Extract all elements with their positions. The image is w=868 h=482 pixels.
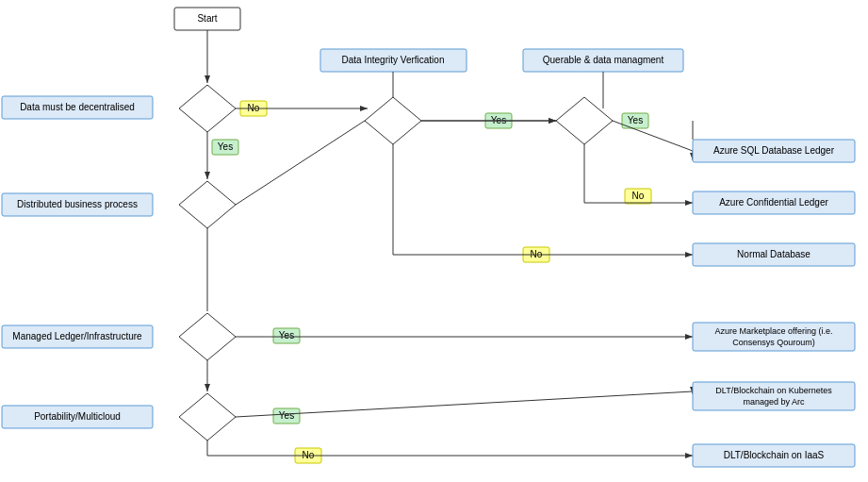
portability-label: Portability/Multicloud xyxy=(34,411,121,422)
diamond-distributed xyxy=(179,181,236,228)
no-text-3: No xyxy=(531,249,543,259)
azure-confidential-label: Azure Confidential Ledger xyxy=(719,197,828,208)
yes-text-5: Yes xyxy=(279,410,294,421)
diamond-managed xyxy=(179,313,236,360)
yes-text-2: Yes xyxy=(491,115,506,125)
diamond-querable xyxy=(556,97,613,144)
yes-text-3: Yes xyxy=(628,115,643,125)
no-text-4: No xyxy=(632,191,645,201)
line-diamond2-to-integrity xyxy=(236,121,365,205)
dlt-k8s-label1: DLT/Blockchain on Kubernetes xyxy=(715,386,832,395)
dlt-k8s-label2: managed by Arc xyxy=(743,397,805,407)
normal-db-label: Normal Database xyxy=(737,249,811,259)
yes-text-4: Yes xyxy=(279,330,294,341)
data-decentralised-label: Data must be decentralised xyxy=(20,102,135,112)
managed-ledger-label: Managed Ledger/Infrastructure xyxy=(12,331,142,341)
dlt-iaas-label: DLT/Blockchain on IaaS xyxy=(724,450,825,460)
line-yes-4 xyxy=(613,121,693,151)
no-text-6: No xyxy=(303,450,315,460)
start-label: Start xyxy=(197,13,217,24)
line-yes-6 xyxy=(236,391,693,417)
azure-sql-label: Azure SQL Database Ledger xyxy=(713,145,835,156)
diamond-portability xyxy=(179,393,236,440)
azure-marketplace-label1: Azure Marketplace offering (i.e. xyxy=(715,326,833,336)
distributed-bp-label: Distributed business process xyxy=(17,199,138,209)
data-integrity-label: Data Integrity Verfication xyxy=(342,55,445,65)
azure-marketplace-label2: Consensys Qouroum) xyxy=(732,338,815,347)
diamond-decentralised xyxy=(179,85,236,132)
diamond-integrity xyxy=(365,97,421,144)
querable-label: Querable & data managment xyxy=(543,55,664,65)
no-text-1: No xyxy=(248,103,260,113)
yes-text-1: Yes xyxy=(218,141,233,152)
